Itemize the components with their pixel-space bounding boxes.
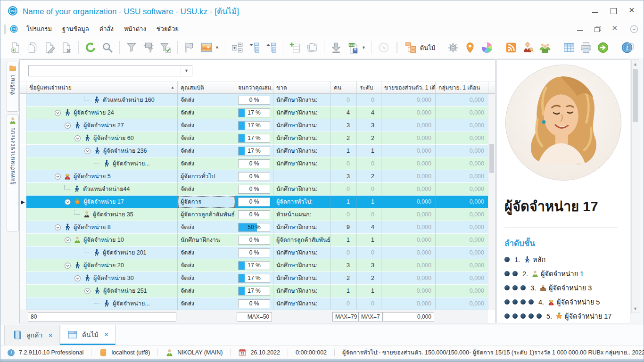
column-header-shortage[interactable]: ขาด xyxy=(273,82,331,93)
table-row[interactable]: ผู้จัดจำหน่าย 10นักศึกษาฝึกงาน0 %ผู้จัดก… xyxy=(20,234,495,247)
refresh-icon xyxy=(84,41,97,54)
menu-overflow-icon[interactable] xyxy=(629,25,639,34)
toolbar-tree-map-button[interactable]: ต้นไม้ xyxy=(402,40,438,55)
document-tab-0[interactable]: ลูกค้า× xyxy=(4,325,60,345)
table-row[interactable]: ผู้จัดจำหน่าย 35ผู้จัดการลูกค้าสัมพันธ์0… xyxy=(20,208,495,221)
toolbar-export-xls-button[interactable]: XLS▼ xyxy=(345,40,368,55)
table-row[interactable]: ผู้จัดจำหน่าย...จัดส่ง0 %นักศึกษาฝึกงาน:… xyxy=(20,297,495,310)
toolbar-colors-button[interactable] xyxy=(479,40,495,55)
table-row[interactable]: ผู้จัดจำหน่าย 27จัดส่ง17 %นักศึกษาฝึกงาน… xyxy=(20,119,495,132)
chevron-down-icon[interactable]: ▼ xyxy=(181,66,192,76)
toolbar-flag-button[interactable] xyxy=(181,40,198,55)
cell-percent: 17 % xyxy=(235,285,273,297)
table-row[interactable]: ตัวแทนจำหน่าย44จัดส่ง0 %นักศึกษาฝึกงาน:0… xyxy=(20,183,495,196)
dropdown-arrow-icon[interactable]: ▼ xyxy=(362,45,366,50)
menu-item-1[interactable]: ฐานข้อมูล xyxy=(58,22,93,36)
toolbar-filter-columns-button[interactable] xyxy=(140,40,157,55)
toolbar-filter-button[interactable] xyxy=(123,40,140,55)
mdi-minimize-button[interactable] xyxy=(577,26,583,32)
table-row[interactable]: ผู้จัดจำหน่าย 30จัดส่ง17 %นักศึกษาฝึกงาน… xyxy=(20,272,495,285)
expand-circle-icon[interactable] xyxy=(74,275,81,282)
menu-item-2[interactable]: คำสั่ง xyxy=(95,22,118,36)
column-header-property[interactable]: คุณสมบัติ xyxy=(178,82,235,93)
side-tab-1[interactable]: ผู้แทนจำหน่ายของระบบ xyxy=(7,115,19,231)
table-row[interactable]: ผู้จัดจำหน่าย 251จัดส่ง17 %นักศึกษาฝึกงา… xyxy=(20,285,495,297)
expand-circle-icon[interactable] xyxy=(64,198,71,206)
scroll-up-icon[interactable]: ▲ xyxy=(632,60,639,68)
expand-circle-icon[interactable] xyxy=(74,135,81,142)
table-scrollbar-thumb[interactable] xyxy=(489,144,494,173)
table-row[interactable]: ผู้จัดจำหน่าย 60จัดส่ง17 %นักศึกษาฝึกงาน… xyxy=(20,132,495,145)
toolbar-go-button[interactable] xyxy=(594,40,611,55)
table-row[interactable]: ผู้จัดจำหน่าย 201จัดส่ง0 %นักศึกษาฝึกงาน… xyxy=(20,247,495,259)
expand-circle-icon[interactable] xyxy=(64,237,71,244)
table-row[interactable]: ตัวแทนจำหน่าย 160จัดส่ง0 %นักศึกษาฝึกงาน… xyxy=(20,94,495,107)
expand-circle-icon[interactable] xyxy=(54,109,61,116)
mdi-restore-button[interactable] xyxy=(594,26,601,32)
toolbar-gear-button[interactable] xyxy=(445,40,462,55)
maximize-button[interactable] xyxy=(611,8,617,14)
toolbar-tree-plusminus-button[interactable] xyxy=(229,40,246,55)
expand-circle-icon[interactable] xyxy=(54,173,61,180)
table-row[interactable]: ผู้จัดจำหน่าย...จัดส่ง0 %นักศึกษาฝึกงาน:… xyxy=(20,157,495,170)
table-scrollbar[interactable] xyxy=(488,94,495,310)
toolbar-doc-new-button[interactable] xyxy=(7,40,24,55)
column-header-personal[interactable]: ขายของส่วนตัว. 1 เดือน xyxy=(381,82,436,93)
toolbar-users-button[interactable] xyxy=(537,40,553,55)
toolbar-print-button[interactable] xyxy=(578,40,594,55)
table-row[interactable]: ผู้จัดจำหน่าย 236จัดส่ง17 %นักศึกษาฝึกงา… xyxy=(20,145,495,157)
scroll-down-icon[interactable]: ▼ xyxy=(632,304,639,313)
toolbar-overflow-icon[interactable] xyxy=(626,42,635,51)
column-header-people[interactable]: คน xyxy=(331,82,357,93)
mdi-close-button[interactable] xyxy=(612,26,618,32)
column-header-rank[interactable]: ระดับ xyxy=(357,82,381,93)
details-scrollbar-thumb[interactable] xyxy=(633,69,638,122)
toolbar-pin-button[interactable] xyxy=(462,40,479,55)
toolbar-table-button[interactable] xyxy=(561,40,578,55)
expand-circle-icon[interactable] xyxy=(64,262,71,269)
expand-circle-icon[interactable] xyxy=(64,122,71,129)
toolbar-import-button[interactable] xyxy=(328,40,345,55)
window-bottom-edge xyxy=(0,359,644,362)
column-header-percent[interactable]: จนกว่าคุณสม... xyxy=(235,82,273,93)
toolbar-refresh-button[interactable] xyxy=(82,40,99,55)
hierarchy-item: 2.ผู้จัดจำหน่าย 1 xyxy=(504,268,622,279)
tab-close-icon[interactable]: × xyxy=(105,331,108,338)
toolbar-doc-edit-button[interactable] xyxy=(41,40,58,55)
document-tab-1[interactable]: ต้นไม้× xyxy=(60,325,116,345)
column-header-group[interactable]: กลุ่มขาย. 1 เดือน xyxy=(436,82,488,93)
details-scrollbar[interactable]: ▲ ▼ xyxy=(631,59,639,313)
filter-combobox[interactable]: ▼ xyxy=(28,65,192,76)
menu-item-4[interactable]: ช่วยด้วย xyxy=(152,22,183,36)
expand-circle-icon[interactable] xyxy=(54,224,61,231)
toolbar-image-button[interactable]: ▼ xyxy=(198,40,222,55)
side-tab-0[interactable]: ที่ปรึกษา xyxy=(7,62,19,112)
level-dot-icon xyxy=(504,313,510,319)
toolbar-notes-button[interactable] xyxy=(304,40,321,55)
cell-percent: 50 % xyxy=(235,221,273,234)
table-row[interactable]: ผู้จัดจำหน่าย 5ผู้จัดการทั่วไป0 %320,000… xyxy=(20,170,495,183)
menu-item-0[interactable]: โปรแกรม xyxy=(22,22,56,36)
toolbar-nav-circle-button[interactable] xyxy=(375,40,392,55)
table-row[interactable]: ▶ผู้จัดจำหน่าย 17ผู้จัดการ0 %ผู้จัดการทั… xyxy=(20,196,495,208)
minimize-button[interactable] xyxy=(592,8,598,14)
toolbar-row-add-button[interactable] xyxy=(287,40,304,55)
tab-close-icon[interactable]: × xyxy=(49,332,52,339)
expand-circle-icon[interactable] xyxy=(84,288,91,295)
toolbar-doc-copy-button[interactable] xyxy=(24,40,41,55)
toolbar-tree-collapse-button[interactable] xyxy=(246,40,263,55)
toolbar-filter-check-button[interactable] xyxy=(157,40,174,55)
column-header-name[interactable]: ชื่อผู้แทนจำหน่าย▲ xyxy=(26,82,178,93)
toolbar-rss-button[interactable] xyxy=(503,40,520,55)
toolbar-tree-expand-button[interactable] xyxy=(263,40,280,55)
expand-circle-icon[interactable] xyxy=(84,148,91,155)
dropdown-arrow-icon[interactable]: ▼ xyxy=(215,45,219,50)
table-row[interactable]: ผู้จัดจำหน่าย 20จัดส่ง17 %นักศึกษาฝึกงาน… xyxy=(20,259,495,272)
toolbar-user-key-button[interactable] xyxy=(520,40,537,55)
table-row[interactable]: ผู้จัดจำหน่าย 24จัดส่ง17 %นักศึกษาฝึกงาน… xyxy=(20,107,495,119)
toolbar-doc-delete-button[interactable] xyxy=(58,40,75,55)
menu-item-3[interactable]: หน้าต่าง xyxy=(120,22,150,36)
close-button[interactable] xyxy=(629,8,635,14)
toolbar-search-button[interactable] xyxy=(99,40,116,55)
table-row[interactable]: ผู้จัดจำหน่าย 8จัดส่ง50 %นักศึกษาฝึกงาน:… xyxy=(20,221,495,234)
